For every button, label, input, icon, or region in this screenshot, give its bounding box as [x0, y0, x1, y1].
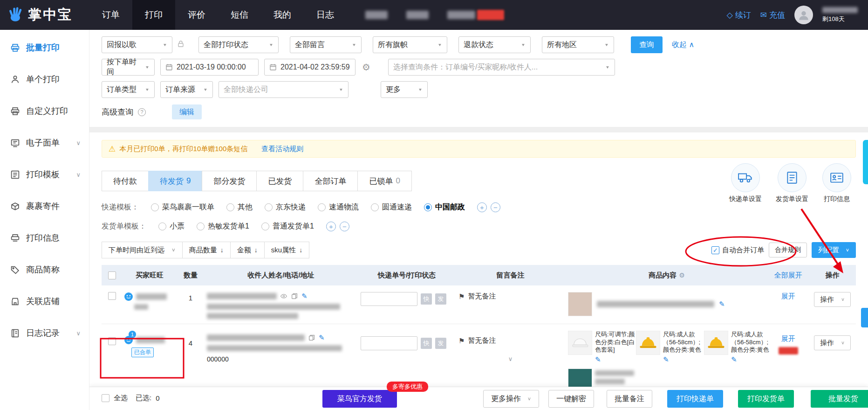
tab-all-orders[interactable]: 全部订单 — [303, 171, 358, 191]
wangwang-icon[interactable] — [124, 292, 133, 301]
expand-all-link[interactable]: 全部展开 — [768, 271, 808, 280]
blurred-nav-item-with-badge[interactable] — [447, 10, 504, 20]
tab-shipped[interactable]: 已发货 — [256, 171, 303, 191]
gear-icon[interactable]: ⚙ — [679, 271, 685, 279]
chevron-down-icon[interactable]: ∨ — [508, 355, 513, 362]
batch-remark-button[interactable]: 批量备注 — [607, 390, 652, 408]
time-type-select[interactable]: 按下单时间▼ — [102, 59, 155, 76]
sort-by-qty[interactable]: 商品数量↓ — [182, 242, 231, 258]
collapse-link[interactable]: 收起 ∧ — [672, 40, 694, 50]
row-checkbox[interactable] — [108, 337, 116, 345]
sort-by-time[interactable]: 下单时间由近到远∨ — [102, 242, 183, 258]
sidebar-item-custom-print[interactable]: 自定义打印 — [0, 95, 89, 127]
courier-select[interactable]: 全部快递公司▼ — [219, 81, 349, 98]
region-select[interactable]: 所有地区▼ — [542, 36, 614, 53]
plus-icon[interactable]: + — [477, 202, 487, 212]
sidebar-item-guoguo-ship[interactable]: 裹裹寄件 — [0, 190, 89, 222]
message-filter-select[interactable]: 全部留言▼ — [290, 36, 362, 53]
blurred-nav-item[interactable] — [406, 11, 429, 19]
auto-merge-toggle[interactable]: ✓ 自动合并订单 — [711, 246, 764, 255]
minus-icon[interactable]: − — [340, 222, 349, 231]
renew-link[interactable]: ◇ 续订 — [727, 10, 751, 21]
edit-icon[interactable]: ✎ — [719, 300, 725, 308]
edge-widget-handle[interactable] — [861, 308, 868, 327]
radio-yto[interactable]: 圆通速递 — [371, 202, 412, 212]
edge-panel-handle[interactable] — [863, 140, 868, 184]
radio-sutong[interactable]: 速通物流 — [318, 202, 359, 212]
recharge-link[interactable]: ✉ 充值 — [760, 10, 785, 21]
keyword-search-select[interactable]: 选择查询条件：订单编号/买家昵称/收件人...▼ — [388, 59, 615, 76]
sidebar-item-print-template[interactable]: 打印模板 ∨ — [0, 159, 89, 190]
gear-icon[interactable]: ⚙ — [362, 62, 370, 73]
invoice-sheet-settings[interactable]: 发货单设置 — [776, 163, 808, 203]
edit-icon[interactable]: ✎ — [319, 334, 325, 342]
tab-pending-payment[interactable]: 待付款 — [102, 171, 149, 191]
radio-china-post[interactable]: 中国邮政 — [424, 202, 465, 212]
row-action-button[interactable]: 操作∨ — [814, 335, 851, 350]
radio-other[interactable]: 其他 — [226, 202, 253, 212]
edit-advanced-query-button[interactable]: 编辑 — [172, 104, 202, 119]
user-avatar[interactable] — [794, 6, 813, 24]
sidebar-item-product-abbr[interactable]: 商品简称 — [0, 254, 89, 285]
express-sheet-settings[interactable]: 快递单设置 — [729, 163, 762, 203]
print-invoice-button[interactable]: 打印发货单 — [738, 390, 794, 408]
tab-partial-ship[interactable]: 部分发货 — [202, 171, 257, 191]
print-express-button[interactable]: 打印快递单 — [667, 390, 723, 408]
tab-pending-ship[interactable]: 待发货9 — [148, 171, 202, 191]
radio-normal-invoice[interactable]: 普通发货单1 — [261, 222, 314, 231]
column-config-button[interactable]: 列配置∨ — [812, 242, 856, 258]
refund-status-select[interactable]: 退款状态▼ — [458, 36, 531, 53]
blurred-nav-item[interactable] — [365, 11, 388, 19]
nav-item-logs[interactable]: 日志 — [304, 0, 347, 30]
radio-cainiao-one[interactable]: 菜鸟裹裹一联单 — [151, 202, 214, 212]
flag-icon[interactable]: ⚑ — [458, 292, 465, 301]
waybill-input[interactable] — [361, 292, 417, 306]
sort-by-sku[interactable]: sku属性↓ — [264, 242, 309, 258]
flag-filter-select[interactable]: 所有旗帜▼ — [373, 36, 447, 53]
radio-jd[interactable]: 京东快递 — [265, 202, 306, 212]
radio-thermal-invoice[interactable]: 热敏发货单1 — [197, 222, 249, 231]
sidebar-item-log-records[interactable]: 日志记录 ∨ — [0, 317, 89, 349]
edit-icon[interactable]: ✎ — [301, 292, 308, 300]
edit-icon[interactable]: ✎ — [595, 355, 635, 364]
print-status-select[interactable]: 全部打印状态▼ — [198, 36, 279, 53]
more-actions-button[interactable]: 更多操作∨ — [483, 390, 539, 408]
row-checkbox[interactable] — [108, 292, 116, 300]
copy-icon[interactable] — [308, 334, 315, 341]
row-action-button[interactable]: 操作∨ — [814, 292, 851, 307]
select-all-checkbox[interactable] — [102, 394, 109, 402]
more-filters-select[interactable]: 更多▼ — [381, 81, 428, 98]
sidebar-item-single-print[interactable]: 单个打印 — [0, 63, 89, 95]
one-key-decrypt-button[interactable]: 一键解密 — [548, 390, 594, 408]
sidebar-item-batch-print[interactable]: 批量打印 — [0, 32, 89, 63]
nav-item-print[interactable]: 打印 — [132, 0, 175, 30]
sidebar-item-print-info[interactable]: 打印信息 — [0, 222, 89, 254]
cainiao-official-ship-button[interactable]: 菜鸟官方发货 — [322, 390, 397, 408]
edit-icon[interactable]: ✎ — [663, 355, 703, 364]
expand-row-link[interactable]: 展开 — [781, 334, 795, 343]
app-logo[interactable]: 掌中宝 — [0, 6, 89, 24]
activity-rules-link[interactable]: 查看活动规则 — [261, 145, 303, 153]
nav-item-orders[interactable]: 订单 — [89, 0, 132, 30]
sort-by-amount[interactable]: 金额↓ — [230, 242, 265, 258]
copy-icon[interactable] — [291, 292, 298, 300]
minus-icon[interactable]: − — [491, 202, 500, 212]
sidebar-item-ewaybill[interactable]: 电子面单 ∨ — [0, 127, 89, 159]
order-source-select[interactable]: 订单来源▼ — [160, 81, 213, 98]
flag-icon[interactable]: ⚑ — [458, 337, 465, 345]
merge-rules-button[interactable]: 合并规则 — [769, 243, 807, 257]
date-to-input[interactable]: 2021-04-02 23:59:59 — [264, 59, 355, 76]
shop-select[interactable]: 回报以歌▼ — [102, 36, 172, 53]
help-icon[interactable]: ? — [138, 108, 146, 116]
sidebar-item-linked-shops[interactable]: 关联店铺 — [0, 285, 89, 317]
edit-icon[interactable]: ✎ — [731, 355, 771, 364]
select-all-checkbox[interactable] — [108, 271, 116, 279]
plus-icon[interactable]: + — [326, 222, 336, 231]
batch-ship-button[interactable]: 批量发货 — [811, 390, 868, 408]
checkbox-checked-icon[interactable]: ✓ — [711, 246, 719, 254]
date-from-input[interactable]: 2021-03-19 00:00:00 — [160, 59, 259, 76]
eye-icon[interactable] — [280, 292, 287, 300]
tab-locked[interactable]: 已锁单0 — [357, 171, 411, 191]
nav-item-mine[interactable]: 我的 — [261, 0, 304, 30]
search-button[interactable]: 查询 — [631, 36, 663, 53]
